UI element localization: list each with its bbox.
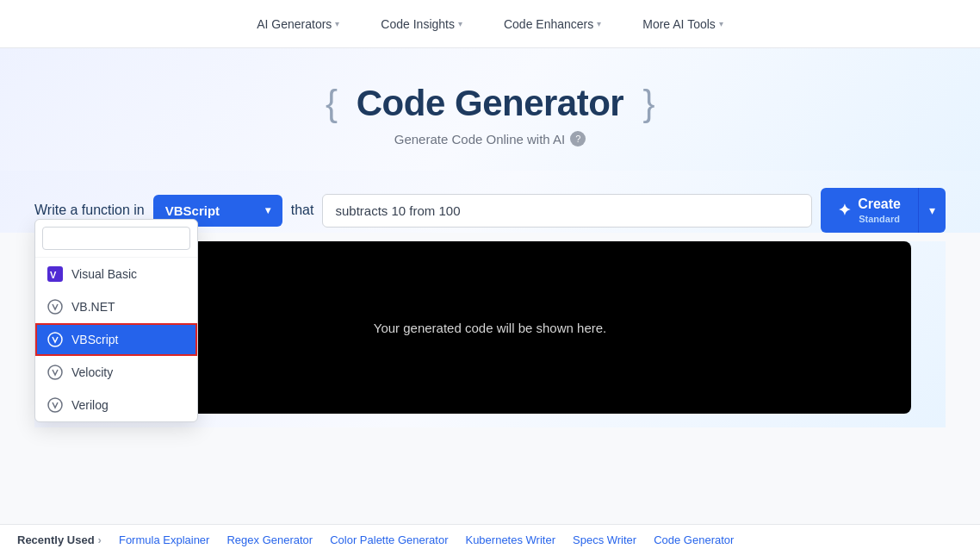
- chevron-down-icon: ▾: [265, 204, 270, 216]
- selected-language-label: VBScript: [165, 203, 220, 218]
- visual-basic-icon: V: [47, 266, 63, 282]
- dropdown-item-label: VBScript: [71, 333, 118, 346]
- form-area: Write a function in VBScript ▾ that ✦ Cr…: [0, 171, 980, 233]
- dropdown-item-vbnet[interactable]: VB.NET: [35, 290, 197, 323]
- chevron-down-icon: ▾: [458, 19, 462, 28]
- recent-link-kubernetes-writer[interactable]: Kubernetes Writer: [465, 533, 555, 546]
- brace-close: }: [643, 83, 655, 123]
- sparkle-icon: ✦: [838, 201, 851, 220]
- dropdown-search-container: [35, 220, 197, 258]
- bottom-bar: Recently Used › Formula Explainer Regex …: [0, 524, 980, 555]
- nav-label-code-insights: Code Insights: [381, 17, 455, 31]
- page-title: { Code Generator }: [0, 83, 980, 124]
- dropdown-item-label: Velocity: [71, 365, 113, 379]
- recent-link-specs-writer[interactable]: Specs Writer: [573, 533, 636, 546]
- create-sublabel: Standard: [858, 214, 901, 224]
- create-button[interactable]: ✦ Create Standard: [821, 188, 918, 233]
- svg-text:V: V: [50, 270, 57, 280]
- recent-link-code-generator[interactable]: Code Generator: [654, 533, 734, 546]
- nav-item-code-enhancers[interactable]: Code Enhancers ▾: [497, 14, 608, 34]
- chevron-down-icon: ▾: [597, 19, 601, 28]
- recent-link-color-palette[interactable]: Color Palette Generator: [330, 533, 448, 546]
- create-dropdown-arrow[interactable]: ▾: [919, 188, 946, 233]
- svg-point-5: [48, 398, 62, 412]
- velocity-icon: [47, 365, 63, 380]
- verilog-icon: [47, 397, 63, 413]
- hero-section: { Code Generator } Generate Code Online …: [0, 48, 980, 171]
- chevron-down-icon: ▾: [719, 19, 723, 28]
- dropdown-item-label: VB.NET: [71, 300, 115, 314]
- dropdown-item-vbscript[interactable]: VBScript: [35, 323, 197, 356]
- nav-label-ai-generators: AI Generators: [257, 17, 332, 31]
- nav-item-ai-generators[interactable]: AI Generators ▾: [250, 14, 346, 34]
- recent-link-formula-explainer[interactable]: Formula Explainer: [119, 533, 210, 546]
- help-icon[interactable]: ?: [570, 131, 586, 147]
- nav-item-code-insights[interactable]: Code Insights ▾: [374, 14, 469, 34]
- recent-link-regex-generator[interactable]: Regex Generator: [226, 533, 313, 546]
- dropdown-list: V Visual Basic VB.NET: [35, 258, 197, 421]
- dropdown-item-label: Verilog: [71, 398, 109, 412]
- svg-point-3: [48, 333, 62, 346]
- nav-label-code-enhancers: Code Enhancers: [504, 17, 593, 31]
- dropdown-search-input[interactable]: [42, 227, 190, 250]
- that-label: that: [291, 203, 314, 218]
- language-dropdown-menu: V Visual Basic VB.NET: [34, 219, 198, 422]
- svg-point-4: [48, 365, 62, 379]
- nav-label-more-ai-tools: More AI Tools: [642, 17, 716, 31]
- function-description-input[interactable]: [322, 194, 812, 228]
- vbscript-icon: [47, 332, 63, 347]
- hero-subtitle: Generate Code Online with AI ?: [0, 131, 980, 147]
- form-label: Write a function in: [34, 203, 145, 218]
- svg-point-2: [48, 300, 62, 314]
- code-placeholder-text: Your generated code will be shown here.: [374, 321, 606, 335]
- dropdown-item-velocity[interactable]: Velocity: [35, 356, 197, 389]
- nav-item-more-ai-tools[interactable]: More AI Tools ▾: [636, 14, 730, 34]
- dropdown-item-verilog[interactable]: Verilog: [35, 389, 197, 421]
- dropdown-item-visual-basic[interactable]: V Visual Basic: [35, 258, 197, 290]
- navbar: AI Generators ▾ Code Insights ▾ Code Enh…: [0, 0, 980, 48]
- recently-used-arrow: ›: [98, 533, 102, 546]
- brace-open: {: [326, 83, 338, 123]
- vbnet-icon: [47, 299, 63, 315]
- create-button-group: ✦ Create Standard ▾: [821, 188, 946, 233]
- create-label: Create: [858, 196, 901, 212]
- recently-used-label: Recently Used ›: [17, 533, 102, 546]
- chevron-down-icon: ▾: [335, 19, 339, 28]
- dropdown-item-label: Visual Basic: [71, 267, 137, 281]
